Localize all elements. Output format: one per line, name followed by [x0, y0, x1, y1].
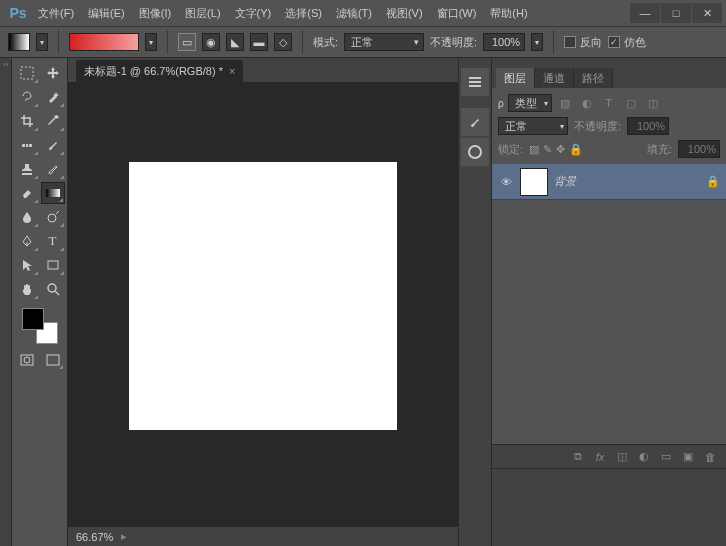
canvas[interactable]: [129, 162, 397, 430]
brushes-panel-icon[interactable]: [461, 108, 489, 136]
opacity-input[interactable]: 100%: [483, 33, 525, 51]
angle-gradient-icon[interactable]: ◣: [226, 33, 244, 51]
layer-fx-icon[interactable]: fx: [592, 449, 608, 465]
path-select-tool[interactable]: [15, 254, 39, 276]
type-tool[interactable]: T: [41, 230, 65, 252]
app-logo: Ps: [4, 0, 32, 26]
add-mask-icon[interactable]: ◫: [614, 449, 630, 465]
maximize-button[interactable]: □: [661, 3, 691, 23]
menu-type[interactable]: 文字(Y): [229, 2, 278, 25]
link-layers-icon[interactable]: ⧉: [570, 449, 586, 465]
shape-tool[interactable]: [41, 254, 65, 276]
svg-rect-2: [25, 142, 26, 149]
swatches-panel-icon[interactable]: [461, 138, 489, 166]
menu-file[interactable]: 文件(F): [32, 2, 80, 25]
gradient-preview[interactable]: [69, 33, 139, 51]
zoom-tool[interactable]: [41, 278, 65, 300]
tool-preset-dropdown[interactable]: ▾: [36, 33, 48, 51]
document-tab[interactable]: 未标题-1 @ 66.7%(RGB/8) * ×: [76, 60, 243, 82]
filter-kind-select[interactable]: 类型: [508, 94, 552, 112]
quickmask-toggle[interactable]: [16, 350, 38, 370]
history-panel-icon[interactable]: [461, 68, 489, 96]
fill-label: 填充:: [647, 142, 672, 157]
history-brush-tool[interactable]: [41, 158, 65, 180]
menu-image[interactable]: 图像(I): [133, 2, 177, 25]
menu-filter[interactable]: 滤镜(T): [330, 2, 378, 25]
menu-help[interactable]: 帮助(H): [484, 2, 533, 25]
filter-adjust-icon[interactable]: ◐: [578, 94, 596, 112]
filter-pixel-icon[interactable]: ▧: [556, 94, 574, 112]
status-bar: 66.67% ▸: [68, 526, 458, 546]
menu-layer[interactable]: 图层(L): [179, 2, 226, 25]
menu-select[interactable]: 选择(S): [279, 2, 328, 25]
filter-smart-icon[interactable]: ◫: [644, 94, 662, 112]
document-tabs: 未标题-1 @ 66.7%(RGB/8) * ×: [68, 58, 458, 82]
screen-mode-toggle[interactable]: [42, 350, 64, 370]
close-button[interactable]: ✕: [692, 3, 722, 23]
lock-position-icon[interactable]: ✥: [556, 143, 565, 156]
new-layer-icon[interactable]: ▣: [680, 449, 696, 465]
pen-tool[interactable]: [15, 230, 39, 252]
menu-window[interactable]: 窗口(W): [431, 2, 483, 25]
dodge-tool[interactable]: [41, 206, 65, 228]
reflected-gradient-icon[interactable]: ▬: [250, 33, 268, 51]
visibility-toggle-icon[interactable]: 👁: [498, 176, 514, 188]
brush-tool[interactable]: [41, 134, 65, 156]
canvas-viewport[interactable]: [68, 82, 458, 526]
lock-pixels-icon[interactable]: ✎: [543, 143, 552, 156]
lasso-tool[interactable]: [15, 86, 39, 108]
separator: [553, 30, 554, 54]
diamond-gradient-icon[interactable]: ◇: [274, 33, 292, 51]
delete-layer-icon[interactable]: 🗑: [702, 449, 718, 465]
layer-row[interactable]: 👁 背景 🔒: [492, 164, 726, 200]
window-controls: ― □ ✕: [630, 3, 722, 23]
layer-blend-mode-select[interactable]: 正常: [498, 117, 568, 135]
status-arrow-icon[interactable]: ▸: [121, 530, 127, 543]
svg-rect-11: [469, 77, 481, 79]
move-tool[interactable]: [41, 62, 65, 84]
tool-preset-picker[interactable]: [8, 33, 30, 51]
gradient-tool[interactable]: [41, 182, 65, 204]
lock-icon: 🔒: [706, 175, 720, 188]
layer-name[interactable]: 背景: [554, 174, 700, 189]
adjustment-layer-icon[interactable]: ◐: [636, 449, 652, 465]
marquee-tool[interactable]: [15, 62, 39, 84]
layer-opacity-input[interactable]: 100%: [627, 117, 669, 135]
layer-fill-input[interactable]: 100%: [678, 140, 720, 158]
linear-gradient-icon[interactable]: ▭: [178, 33, 196, 51]
color-swatches[interactable]: [22, 308, 58, 344]
filter-shape-icon[interactable]: ▢: [622, 94, 640, 112]
magic-wand-tool[interactable]: [41, 86, 65, 108]
tab-paths[interactable]: 路径: [574, 68, 613, 88]
collapse-nub-icon[interactable]: ››: [1, 60, 11, 70]
gradient-dropdown[interactable]: ▾: [145, 33, 157, 51]
crop-tool[interactable]: [15, 110, 39, 132]
layer-thumbnail[interactable]: [520, 168, 548, 196]
close-icon[interactable]: ×: [229, 65, 235, 77]
dither-checkbox[interactable]: 仿色: [608, 35, 646, 50]
eraser-tool[interactable]: [15, 182, 39, 204]
menu-view[interactable]: 视图(V): [380, 2, 429, 25]
menu-bar: 文件(F) 编辑(E) 图像(I) 图层(L) 文字(Y) 选择(S) 滤镜(T…: [32, 2, 630, 25]
tab-layers[interactable]: 图层: [496, 68, 535, 88]
zoom-level[interactable]: 66.67%: [76, 531, 113, 543]
minimize-button[interactable]: ―: [630, 3, 660, 23]
opacity-dropdown[interactable]: ▾: [531, 33, 543, 51]
separator: [167, 30, 168, 54]
stamp-tool[interactable]: [15, 158, 39, 180]
eyedropper-tool[interactable]: [41, 110, 65, 132]
filter-type-icon[interactable]: T: [600, 94, 618, 112]
hand-tool[interactable]: [15, 278, 39, 300]
menu-edit[interactable]: 编辑(E): [82, 2, 131, 25]
lock-transparency-icon[interactable]: ▨: [529, 143, 539, 156]
radial-gradient-icon[interactable]: ◉: [202, 33, 220, 51]
blur-tool[interactable]: [15, 206, 39, 228]
tab-channels[interactable]: 通道: [535, 68, 574, 88]
lock-all-icon[interactable]: 🔒: [569, 143, 583, 156]
blend-mode-select[interactable]: 正常: [344, 33, 424, 51]
heal-tool[interactable]: [15, 134, 39, 156]
foreground-color[interactable]: [22, 308, 44, 330]
reverse-checkbox[interactable]: 反向: [564, 35, 602, 50]
new-group-icon[interactable]: ▭: [658, 449, 674, 465]
svg-point-9: [24, 357, 30, 363]
